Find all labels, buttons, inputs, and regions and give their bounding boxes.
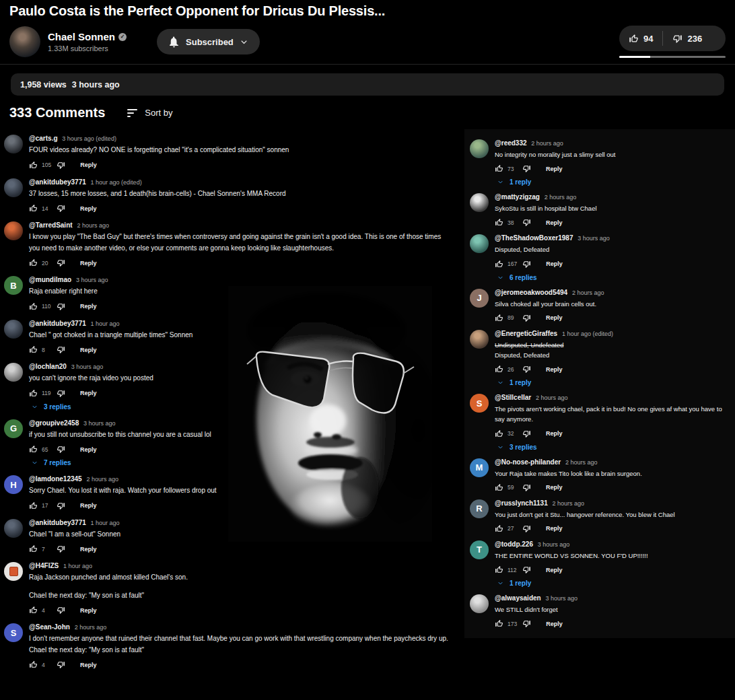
reply-button[interactable]: Reply	[546, 484, 563, 491]
reply-button[interactable]: Reply	[80, 446, 97, 453]
comment-like-button[interactable]	[495, 314, 503, 322]
comment-author[interactable]: @toddp.226	[495, 540, 533, 548]
comment-dislike-button[interactable]	[57, 545, 65, 553]
avatar[interactable]	[470, 139, 489, 158]
avatar[interactable]: T	[470, 540, 489, 559]
comment-dislike-button[interactable]	[522, 429, 531, 438]
reply-button[interactable]: Reply	[546, 567, 563, 573]
comment-like-button[interactable]	[495, 218, 503, 227]
comment-dislike-button[interactable]	[57, 445, 65, 454]
comment-time[interactable]: 2 hours ago	[565, 459, 598, 466]
comment-dislike-button[interactable]	[522, 260, 531, 269]
avatar[interactable]	[4, 135, 23, 153]
replies-toggle[interactable]: 3 replies	[495, 444, 732, 451]
comment-author[interactable]: @Iamdone12345	[29, 475, 82, 483]
comment-time[interactable]: 2 hours ago	[86, 476, 118, 483]
comment-time[interactable]: 3 hours ago	[76, 277, 108, 283]
channel-name[interactable]: Chael Sonnen	[48, 31, 115, 42]
comment-time[interactable]: 1 hour ago (edited)	[91, 179, 142, 186]
reply-button[interactable]: Reply	[546, 525, 563, 532]
comment-dislike-button[interactable]	[57, 501, 65, 510]
reply-button[interactable]: Reply	[80, 390, 97, 396]
comment-time[interactable]: 1 hour ago	[63, 563, 92, 569]
comment-time[interactable]: 3 hours ago	[83, 420, 116, 427]
reply-button[interactable]: Reply	[546, 260, 563, 267]
comment-like-button[interactable]	[29, 258, 38, 267]
comment-dislike-button[interactable]	[57, 302, 65, 311]
comment-time[interactable]: 3 hours ago	[538, 541, 570, 548]
avatar[interactable]	[470, 330, 489, 349]
reply-button[interactable]: Reply	[80, 546, 97, 553]
avatar[interactable]: M	[470, 458, 489, 477]
reply-button[interactable]: Reply	[80, 205, 97, 212]
comment-dislike-button[interactable]	[57, 660, 65, 669]
comment-like-button[interactable]	[29, 545, 38, 553]
avatar[interactable]	[4, 363, 23, 382]
comment-author[interactable]: @TarredSaint	[29, 221, 73, 229]
comment-dislike-button[interactable]	[57, 606, 65, 615]
comment-like-button[interactable]	[29, 204, 38, 213]
reply-button[interactable]: Reply	[80, 347, 97, 353]
comment-time[interactable]: 1 hour ago (edited)	[562, 330, 613, 337]
comment-like-button[interactable]	[495, 483, 503, 492]
comment-author[interactable]: @H4FIZS	[29, 562, 59, 569]
comment-like-button[interactable]	[29, 660, 38, 669]
replies-toggle[interactable]: 1 reply	[495, 379, 732, 386]
comment-dislike-button[interactable]	[522, 524, 531, 533]
comment-dislike-button[interactable]	[57, 389, 65, 398]
video-frame[interactable]	[228, 286, 432, 542]
comment-author[interactable]: @ankitdubey3771	[29, 178, 86, 186]
avatar[interactable]: H	[4, 475, 23, 494]
comment-time[interactable]: 2 hours ago	[536, 394, 568, 401]
reply-button[interactable]: Reply	[546, 219, 563, 226]
avatar[interactable]: J	[470, 289, 489, 308]
reply-button[interactable]: Reply	[546, 314, 563, 321]
sort-by-button[interactable]: Sort by	[127, 108, 172, 118]
comment-author[interactable]: @russlynch1131	[495, 499, 548, 507]
description-box[interactable]: 1,958 views 3 hours ago	[11, 73, 724, 96]
replies-toggle[interactable]: 1 reply	[495, 580, 732, 587]
comment-time[interactable]: 2 hours ago	[531, 140, 563, 147]
avatar[interactable]	[470, 594, 489, 613]
comment-time[interactable]: 1 hour ago	[91, 320, 120, 327]
comment-dislike-button[interactable]	[522, 619, 531, 628]
comment-like-button[interactable]	[495, 429, 503, 438]
avatar[interactable]: S	[4, 623, 23, 642]
comment-author[interactable]: @carts.g	[29, 135, 58, 142]
comment-author[interactable]: @Stillcellar	[495, 394, 531, 401]
comment-author[interactable]: @ankitdubey3771	[29, 320, 86, 327]
comment-author[interactable]: @alwaysaiden	[495, 594, 541, 602]
comment-like-button[interactable]	[29, 606, 38, 615]
reply-button[interactable]: Reply	[80, 607, 97, 614]
comment-like-button[interactable]	[29, 161, 38, 170]
comment-dislike-button[interactable]	[522, 565, 531, 574]
comment-time[interactable]: 3 hours ago (edited)	[62, 135, 116, 142]
avatar[interactable]	[4, 519, 23, 538]
comment-author[interactable]: @ankitdubey3771	[29, 519, 86, 526]
reply-button[interactable]: Reply	[80, 303, 97, 310]
dislike-button[interactable]: 236	[663, 26, 711, 51]
comment-like-button[interactable]	[495, 619, 503, 628]
avatar[interactable]: B	[4, 276, 23, 295]
comment-time[interactable]: 3 hours ago	[71, 363, 104, 370]
comment-time[interactable]: 3 hours ago	[545, 595, 578, 602]
comment-author[interactable]: @TheShadowBoxer1987	[495, 234, 573, 242]
comment-like-button[interactable]	[29, 389, 38, 398]
reply-button[interactable]: Reply	[546, 430, 563, 437]
like-button[interactable]: 94	[619, 26, 662, 51]
comment-time[interactable]: 3 hours ago	[578, 235, 610, 242]
comment-dislike-button[interactable]	[522, 483, 531, 492]
comment-author[interactable]: @groupive2458	[29, 419, 79, 427]
avatar[interactable]	[470, 193, 489, 212]
comment-author[interactable]: @lochlan20	[29, 363, 67, 370]
avatar[interactable]: S	[470, 394, 489, 413]
comment-author[interactable]: @No-nose-philander	[495, 458, 561, 466]
comment-dislike-button[interactable]	[522, 218, 531, 227]
replies-toggle[interactable]: 1 reply	[495, 178, 732, 186]
comment-author[interactable]: @jeromeoakwood5494	[495, 289, 567, 296]
comment-like-button[interactable]	[495, 365, 503, 374]
comment-time[interactable]: 1 hour ago	[91, 520, 120, 526]
avatar[interactable]: G	[4, 419, 23, 438]
subscribed-button[interactable]: Subscribed	[157, 29, 260, 55]
comment-dislike-button[interactable]	[57, 345, 65, 354]
